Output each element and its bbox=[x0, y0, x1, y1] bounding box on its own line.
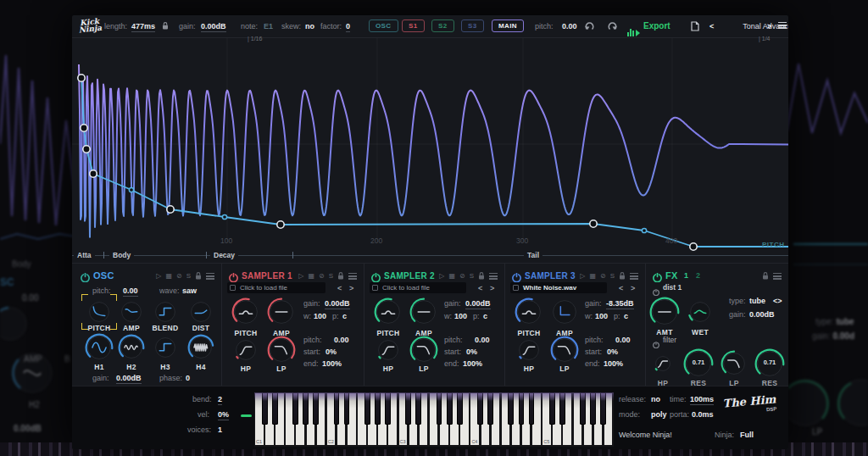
sampler2-hp-knob[interactable] bbox=[376, 337, 401, 363]
phase-invert-icon[interactable]: ⊘ bbox=[459, 273, 465, 280]
sampler2-pitch-knob[interactable] bbox=[374, 298, 403, 326]
region-body[interactable]: Body bbox=[109, 251, 134, 259]
envelope-point[interactable] bbox=[222, 214, 226, 219]
envelope-point[interactable] bbox=[167, 206, 174, 213]
osc-amp-env-knob[interactable] bbox=[119, 299, 144, 325]
lock-icon[interactable] bbox=[619, 272, 626, 280]
gain-value[interactable]: 0.00dB bbox=[325, 299, 350, 309]
file-next-button[interactable]: > bbox=[490, 284, 494, 292]
sampler2-lp-knob[interactable] bbox=[409, 336, 438, 364]
osc-h2-knob[interactable] bbox=[118, 334, 145, 361]
solo-icon[interactable]: S bbox=[329, 273, 333, 280]
piano-key-black[interactable] bbox=[559, 392, 565, 425]
osc-blend-env-knob[interactable] bbox=[153, 299, 178, 325]
piano-key-black[interactable] bbox=[600, 392, 606, 425]
start-value[interactable]: 0% bbox=[326, 348, 337, 356]
end-value[interactable]: 100% bbox=[463, 359, 482, 368]
piano-key-black[interactable] bbox=[344, 392, 350, 425]
phase-invert-icon[interactable]: ⊘ bbox=[319, 273, 325, 280]
module-menu-icon[interactable] bbox=[489, 273, 498, 280]
piano-key-black[interactable] bbox=[580, 392, 586, 425]
piano-key-black[interactable] bbox=[313, 392, 319, 425]
piano-key-black[interactable] bbox=[364, 392, 370, 425]
fx-tab-2[interactable]: 2 bbox=[696, 271, 700, 280]
file-next-button[interactable]: > bbox=[349, 284, 353, 292]
envelope-point[interactable] bbox=[277, 221, 284, 228]
waveform-display[interactable]: PITCH 100200300400 bbox=[72, 15, 788, 263]
vel-indicator[interactable] bbox=[241, 414, 252, 417]
lock-icon[interactable] bbox=[337, 272, 344, 280]
osc-pitch-env-knob[interactable] bbox=[86, 299, 112, 325]
gain-value[interactable]: 0.00dB bbox=[465, 299, 491, 309]
file-prev-button[interactable]: < bbox=[337, 284, 342, 292]
region-marker[interactable] bbox=[103, 252, 104, 259]
region-decay[interactable]: Decay bbox=[210, 251, 238, 259]
filter-res2-knob[interactable]: 0.71 bbox=[754, 348, 785, 379]
lock-icon[interactable] bbox=[762, 272, 769, 280]
fx-gain-value[interactable]: 0.00dB bbox=[749, 310, 775, 319]
fx-amt-knob[interactable] bbox=[649, 297, 680, 327]
piano-key-black[interactable] bbox=[385, 392, 391, 425]
file-prev-button[interactable]: < bbox=[619, 284, 623, 292]
filter-res1-knob[interactable]: 0.71 bbox=[683, 348, 714, 379]
module-menu-icon[interactable] bbox=[348, 273, 357, 280]
solo-icon[interactable]: S bbox=[186, 273, 191, 280]
porta-value[interactable]: 0.0ms bbox=[692, 410, 714, 419]
play-icon[interactable]: ▷ bbox=[439, 273, 444, 280]
start-value[interactable]: 0% bbox=[607, 348, 618, 356]
osc-phase-value[interactable]: 0 bbox=[186, 374, 190, 382]
vel-value[interactable]: 0% bbox=[218, 410, 229, 420]
sampler1-lp-knob[interactable] bbox=[267, 336, 296, 364]
module-menu-icon[interactable] bbox=[206, 273, 214, 280]
fx-type-value[interactable]: tube bbox=[749, 297, 765, 305]
lock-icon[interactable] bbox=[478, 272, 485, 280]
region-marker[interactable] bbox=[292, 252, 293, 259]
piano-key-black[interactable] bbox=[590, 392, 596, 425]
piano-roll-icon[interactable]: ▦ bbox=[589, 273, 596, 280]
time-value[interactable]: 100ms bbox=[690, 395, 714, 405]
osc-h4-knob[interactable] bbox=[187, 334, 214, 361]
sampler1-pitch-knob[interactable] bbox=[231, 298, 260, 326]
envelope-point[interactable] bbox=[90, 170, 97, 177]
region-attack[interactable]: Atta bbox=[74, 251, 95, 259]
mode-value[interactable]: poly bbox=[651, 410, 667, 419]
sampler3-lp-knob[interactable] bbox=[550, 336, 579, 364]
sampler2-amp-knob[interactable] bbox=[409, 298, 438, 326]
module-menu-icon[interactable] bbox=[630, 273, 638, 280]
ninja-value[interactable]: Full bbox=[740, 431, 754, 439]
end-value[interactable]: 100% bbox=[322, 359, 342, 368]
piano-roll-icon[interactable]: ▦ bbox=[308, 273, 314, 280]
envelope-point[interactable] bbox=[642, 228, 646, 232]
region-tail[interactable]: Tail bbox=[524, 251, 542, 259]
bend-value[interactable]: 2 bbox=[218, 395, 222, 405]
sampler2-file-slot[interactable]: Click to load file bbox=[370, 282, 466, 293]
osc-wave-value[interactable]: saw bbox=[182, 286, 197, 295]
piano-key-black[interactable] bbox=[447, 392, 453, 425]
solo-icon[interactable]: S bbox=[610, 273, 615, 280]
piano-keyboard[interactable]: C1C2C3C4C5 bbox=[254, 392, 614, 447]
phase-invert-icon[interactable]: ⊘ bbox=[600, 273, 606, 280]
sampler1-file-slot[interactable]: Click to load file bbox=[227, 282, 326, 293]
piano-key-black[interactable] bbox=[519, 392, 525, 425]
envelope-point[interactable] bbox=[129, 187, 133, 192]
fx-tab-1[interactable]: 1 bbox=[684, 271, 688, 280]
p-value[interactable]: c bbox=[483, 312, 487, 320]
envelope-point[interactable] bbox=[83, 146, 90, 153]
piano-key-black[interactable] bbox=[334, 392, 340, 425]
piano-key-black[interactable] bbox=[292, 392, 298, 425]
file-next-button[interactable]: > bbox=[631, 284, 635, 292]
piano-key-black[interactable] bbox=[477, 392, 483, 425]
release-value[interactable]: no bbox=[651, 395, 660, 403]
piano-key-black[interactable] bbox=[549, 392, 555, 425]
play-icon[interactable]: ▷ bbox=[156, 273, 161, 280]
pitch-value[interactable]: 0.00 bbox=[615, 336, 631, 344]
pitch-value[interactable]: 0.00 bbox=[334, 336, 349, 344]
filter-lp-knob[interactable] bbox=[721, 350, 748, 377]
osc-gain-value[interactable]: 0.00dB bbox=[116, 374, 142, 384]
piano-key-black[interactable] bbox=[262, 392, 268, 425]
sampler1-amp-knob[interactable] bbox=[267, 298, 296, 326]
piano-key-black[interactable] bbox=[415, 392, 421, 425]
osc-h1-knob[interactable] bbox=[85, 333, 114, 362]
piano-key-black[interactable] bbox=[375, 392, 381, 425]
piano-key-black[interactable] bbox=[437, 392, 442, 425]
